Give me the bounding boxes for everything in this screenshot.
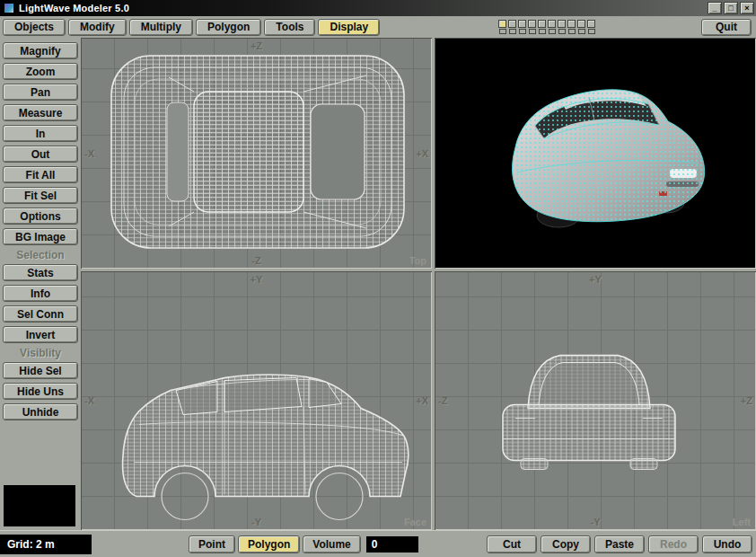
tool-stats[interactable]: Stats	[3, 264, 78, 281]
layer-bg-button[interactable]	[509, 29, 516, 34]
edit-button-group: Cut Copy Paste Redo Undo	[487, 535, 752, 553]
tool-zoom[interactable]: Zoom	[3, 63, 78, 80]
menu-tab-objects[interactable]: Objects	[3, 19, 66, 36]
axis-label: -Y	[251, 517, 261, 527]
tool-out[interactable]: Out	[3, 146, 78, 163]
layer-column	[498, 20, 506, 34]
viewport-name: Face	[404, 517, 426, 527]
axis-label: -Z	[438, 395, 447, 406]
maximize-button[interactable]: □	[724, 2, 738, 14]
axis-label: +Y	[589, 274, 602, 285]
copy-button[interactable]: Copy	[541, 535, 591, 553]
close-button[interactable]: ×	[740, 2, 754, 14]
layer-bg-button[interactable]	[539, 29, 546, 34]
tool-bg-image[interactable]: BG Image	[3, 228, 78, 245]
tool-magnify[interactable]: Magnify	[3, 42, 78, 59]
menu-tab-polygon[interactable]: Polygon	[196, 19, 261, 36]
wireframe-car-side-view	[81, 271, 432, 530]
layer-bg-button[interactable]	[588, 29, 595, 34]
mode-volume-button[interactable]: Volume	[303, 535, 360, 553]
section-label-selection: Selection	[3, 249, 78, 261]
layer-fg-button[interactable]	[498, 20, 506, 28]
layer-fg-button[interactable]	[558, 20, 566, 28]
quit-button[interactable]: Quit	[701, 19, 752, 36]
cut-button[interactable]: Cut	[487, 535, 537, 553]
paste-button[interactable]: Paste	[594, 535, 645, 553]
tool-in[interactable]: In	[3, 125, 78, 142]
layer-bg-button[interactable]	[578, 29, 585, 34]
menu-tab-multiply[interactable]: Multiply	[129, 19, 193, 36]
tool-unhide[interactable]: Unhide	[3, 403, 78, 420]
undo-button[interactable]: Undo	[702, 535, 752, 553]
layer-bg-button[interactable]	[519, 29, 526, 34]
tool-fit-all[interactable]: Fit All	[3, 166, 78, 183]
layer-bg-button[interactable]	[558, 29, 566, 34]
layer-fg-button[interactable]	[518, 20, 526, 28]
wireframe-car-top-view	[81, 38, 432, 269]
section-label-visibility: Visiblity	[3, 347, 78, 359]
viewport-left[interactable]: +Y -Z +Z -Y Left	[435, 271, 756, 530]
viewport-face[interactable]: +Y -X +X -Y Face	[81, 271, 432, 530]
layer-bg-button[interactable]	[529, 29, 536, 34]
viewport-area: +Z -X +X -Z Top	[81, 38, 756, 530]
layer-fg-button[interactable]	[577, 20, 585, 28]
axis-label: +X	[416, 148, 428, 159]
statusbar: Grid: 2 m Point Polygon Volume 0 Cut Cop…	[0, 530, 756, 557]
layer-column	[508, 20, 516, 34]
mode-polygon-button[interactable]: Polygon	[238, 535, 300, 553]
app-icon[interactable]	[4, 3, 14, 13]
titlebar: LightWave Modeler 5.0 _ □ ×	[0, 0, 756, 16]
tool-measure[interactable]: Measure	[3, 104, 78, 121]
layer-fg-button[interactable]	[587, 20, 595, 28]
layer-column	[538, 20, 546, 34]
mode-point-button[interactable]: Point	[189, 535, 235, 553]
axis-label: -Z	[251, 255, 260, 266]
axis-label: +Z	[741, 395, 752, 406]
layer-column	[567, 20, 576, 34]
tool-pan[interactable]: Pan	[3, 84, 78, 101]
layer-column	[518, 20, 526, 34]
layer-bg-button[interactable]	[549, 29, 556, 34]
layer-fg-button[interactable]	[567, 20, 576, 28]
minimize-button[interactable]: _	[708, 2, 722, 14]
layer-fg-button[interactable]	[538, 20, 546, 28]
menu-tab-modify[interactable]: Modify	[68, 19, 127, 36]
layer-fg-button[interactable]	[508, 20, 516, 28]
tool-info[interactable]: Info	[3, 285, 78, 302]
layer-bg-button[interactable]	[568, 29, 576, 34]
tool-hide-uns[interactable]: Hide Uns	[3, 383, 78, 400]
axis-label: +X	[416, 395, 428, 406]
tool-fit-sel[interactable]: Fit Sel	[3, 187, 78, 204]
wireframe-car-rear-view	[435, 271, 756, 530]
grid-size-display: Grid: 2 m	[0, 535, 92, 554]
tool-sel-conn[interactable]: Sel Conn	[3, 305, 78, 323]
tool-invert[interactable]: Invert	[3, 326, 78, 343]
selection-mode-group: Point Polygon Volume 0	[189, 535, 418, 553]
tool-options[interactable]: Options	[3, 208, 78, 225]
menu-tab-tools[interactable]: Tools	[264, 19, 315, 36]
window-title: LightWave Modeler 5.0	[19, 3, 129, 13]
menu-tab-display[interactable]: Display	[318, 19, 380, 36]
tool-hide-sel[interactable]: Hide Sel	[3, 362, 78, 379]
redo-button[interactable]: Redo	[648, 535, 699, 553]
viewport-preview[interactable]	[435, 38, 756, 269]
layer-column	[577, 20, 585, 34]
layer-column	[528, 20, 536, 34]
viewport-name: Top	[409, 255, 426, 266]
shaded-car-preview	[435, 38, 756, 269]
layer-column	[587, 20, 595, 34]
layer-fg-button[interactable]	[548, 20, 556, 28]
layer-bg-button[interactable]	[499, 29, 506, 34]
toolbar-left: Magnify Zoom Pan Measure In Out Fit All …	[0, 38, 81, 530]
axis-label: -Y	[591, 517, 601, 527]
layer-column	[558, 20, 566, 34]
layer-fg-button[interactable]	[528, 20, 536, 28]
selection-count-display: 0	[366, 536, 418, 553]
axis-label: +Z	[251, 40, 262, 51]
menubar: Objects Modify Multiply Polygon Tools Di…	[0, 16, 756, 38]
axis-label: +Y	[251, 274, 263, 285]
axis-label: -X	[84, 395, 94, 406]
layer-column	[548, 20, 556, 34]
viewport-top[interactable]: +Z -X +X -Z Top	[81, 38, 432, 269]
window-controls: _ □ ×	[708, 2, 754, 14]
